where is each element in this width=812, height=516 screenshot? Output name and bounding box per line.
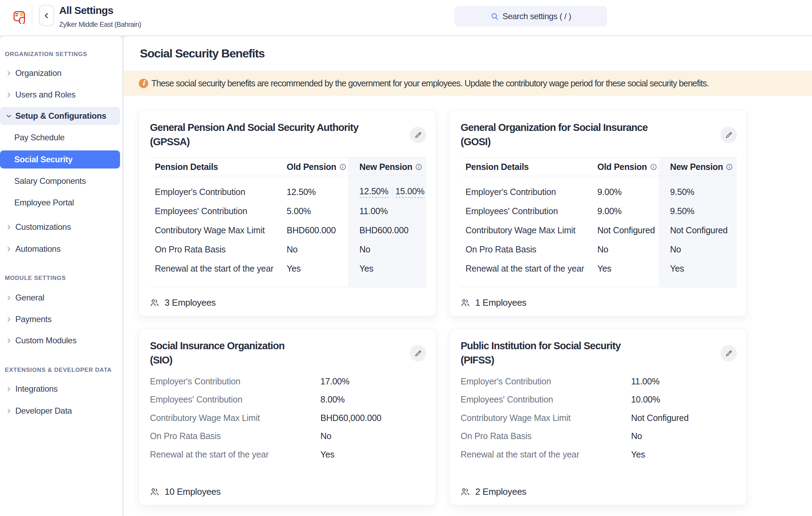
benefit-row: Employees' Contribution 10.00% bbox=[461, 391, 736, 409]
row-value: Yes bbox=[631, 449, 736, 460]
rate-pair: 12.50% 15.00% bbox=[359, 186, 426, 198]
benefit-row: Employees' Contribution 8.00% bbox=[150, 391, 425, 409]
sidebar-item-users-and-roles[interactable]: Users and Roles bbox=[0, 86, 120, 104]
info-circle-icon[interactable] bbox=[650, 164, 657, 170]
edit-sio-button[interactable] bbox=[410, 345, 426, 361]
sidebar-section-module-settings: MODULE SETTINGS bbox=[5, 274, 66, 283]
topbar-divider bbox=[32, 6, 32, 26]
row-label: On Pro Rata Basis bbox=[461, 431, 631, 441]
row-value: 11.00% bbox=[631, 376, 736, 386]
card-title-text: General Organization for Social Insuranc… bbox=[461, 122, 648, 133]
card-pifss: Public Institution for Social Security (… bbox=[449, 328, 747, 505]
page-header-title: All Settings bbox=[59, 5, 141, 16]
info-circle-icon[interactable] bbox=[415, 164, 422, 170]
column-header-pension-details: Pension Details bbox=[461, 158, 597, 176]
sidebar-item-label: Salary Components bbox=[14, 176, 86, 186]
zoho-payroll-logo-icon bbox=[12, 10, 26, 24]
card-title: Social Insurance Organization (SIO) bbox=[150, 339, 400, 367]
row-value: 17.00% bbox=[320, 376, 425, 386]
sidebar-item-pay-schedule[interactable]: Pay Schedule bbox=[0, 128, 120, 147]
column-header-new-pension: New Pension bbox=[348, 158, 426, 176]
table-row: Employer's Contribution 12.50% 12.50% 15… bbox=[150, 182, 426, 202]
sidebar-item-automations[interactable]: Automations bbox=[0, 240, 120, 258]
employees-count-label: 1 Employees bbox=[475, 297, 526, 308]
row-label: Employees' Contribution bbox=[461, 206, 597, 216]
row-label: Employer's Contribution bbox=[150, 187, 287, 197]
row-value: 8.00% bbox=[320, 394, 425, 405]
employees-icon bbox=[150, 488, 159, 496]
row-label: Employees' Contribution bbox=[150, 206, 287, 216]
sidebar-item-payments[interactable]: Payments bbox=[0, 310, 120, 328]
table-header-row: Pension Details Old Pension New Pension bbox=[150, 158, 426, 176]
sidebar-item-integrations[interactable]: Integrations bbox=[0, 380, 120, 398]
card-title: General Pension And Social Security Auth… bbox=[150, 120, 400, 149]
old-rate-value[interactable]: 12.50% bbox=[359, 186, 389, 198]
benefit-rows: Employer's Contribution 17.00% Employees… bbox=[150, 372, 425, 464]
search-settings-input[interactable]: Search settings ( / ) bbox=[455, 6, 607, 26]
edit-pifss-button[interactable] bbox=[721, 345, 737, 361]
new-pension-value: No bbox=[348, 244, 426, 255]
column-header-old-pension: Old Pension bbox=[287, 158, 348, 176]
employees-count-label: 2 Employees bbox=[475, 486, 526, 497]
sidebar-item-developer-data[interactable]: Developer Data bbox=[0, 402, 120, 420]
employees-count-label: 3 Employees bbox=[165, 297, 216, 308]
topbar-titles: All Settings Zylker Middle East (Bahrain… bbox=[59, 5, 141, 29]
table-row: Employees' Contribution 5.00% 11.00% bbox=[150, 202, 426, 221]
info-circle-icon[interactable] bbox=[340, 164, 346, 170]
pencil-icon bbox=[725, 131, 733, 139]
sidebar-item-label: Users and Roles bbox=[15, 90, 75, 100]
new-rate-value[interactable]: 15.00% bbox=[396, 186, 425, 198]
card-gpssa: General Pension And Social Security Auth… bbox=[138, 110, 436, 316]
sidebar-item-salary-components[interactable]: Salary Components bbox=[0, 172, 120, 190]
row-label: Employees' Contribution bbox=[150, 394, 320, 405]
organization-name: Zylker Middle East (Bahrain) bbox=[59, 21, 141, 29]
row-value: No bbox=[631, 431, 736, 441]
chevron-right-icon bbox=[6, 70, 12, 76]
sidebar-section-extensions-developer-data: EXTENSIONS & DEVELOPER DATA bbox=[5, 366, 112, 375]
employees-count: 1 Employees bbox=[461, 297, 526, 308]
table-body: Employer's Contribution 9.00% 9.50% Empl… bbox=[461, 176, 737, 287]
chevron-right-icon bbox=[6, 316, 12, 322]
pension-table: Pension Details Old Pension New Pension … bbox=[150, 157, 426, 287]
info-banner: i These social security benefits are rec… bbox=[124, 71, 812, 96]
new-pension-value: 11.00% bbox=[348, 206, 426, 216]
row-label: Employer's Contribution bbox=[150, 376, 320, 386]
old-pension-value: Yes bbox=[597, 264, 659, 274]
old-pension-value: 9.00% bbox=[597, 187, 659, 197]
new-pension-value: Yes bbox=[659, 264, 737, 274]
new-pension-value: Not Configured bbox=[659, 225, 737, 235]
column-header-label: Old Pension bbox=[597, 162, 647, 172]
chevron-right-icon bbox=[6, 386, 12, 392]
employees-icon bbox=[461, 488, 470, 496]
table-row: Contributory Wage Max Limit BHD600.000 B… bbox=[150, 221, 426, 240]
chevron-right-icon bbox=[6, 338, 12, 344]
sidebar-item-employee-portal[interactable]: Employee Portal bbox=[0, 194, 120, 212]
sidebar-item-social-security[interactable]: Social Security bbox=[0, 150, 120, 169]
sidebar-item-general[interactable]: General bbox=[0, 289, 120, 307]
page-title: Social Security Benefits bbox=[140, 45, 265, 61]
row-label: On Pro Rata Basis bbox=[150, 431, 320, 441]
column-header-label: New Pension bbox=[359, 162, 412, 172]
back-button[interactable] bbox=[39, 5, 54, 26]
sidebar-item-custom-modules[interactable]: Custom Modules bbox=[0, 331, 120, 350]
sidebar-item-organization[interactable]: Organization bbox=[0, 64, 120, 82]
sidebar-item-setup-configurations[interactable]: Setup & Configurations bbox=[0, 107, 120, 125]
row-label: Renewal at the start of the year bbox=[150, 449, 320, 460]
table-row: Renewal at the start of the year Yes Yes bbox=[461, 259, 737, 278]
edit-gpssa-button[interactable] bbox=[410, 127, 426, 143]
row-value: Yes bbox=[320, 449, 425, 460]
edit-gosi-button[interactable] bbox=[721, 127, 737, 143]
sidebar-section-organization-settings: ORGANIZATION SETTINGS bbox=[5, 50, 87, 59]
card-title: General Organization for Social Insuranc… bbox=[461, 120, 711, 149]
old-pension-value: Yes bbox=[287, 264, 348, 274]
new-pension-value: 9.50% bbox=[659, 206, 737, 216]
search-icon bbox=[491, 12, 499, 21]
info-banner-text: These social security benefits are recom… bbox=[151, 78, 709, 88]
benefit-row: Renewal at the start of the year Yes bbox=[461, 445, 736, 464]
sidebar-item-label: Pay Schedule bbox=[14, 133, 65, 142]
table-body: Employer's Contribution 12.50% 12.50% 15… bbox=[150, 176, 426, 287]
old-pension-value: No bbox=[597, 244, 659, 255]
sidebar-item-customizations[interactable]: Customizations bbox=[0, 218, 120, 236]
benefit-rows: Employer's Contribution 11.00% Employees… bbox=[461, 372, 736, 464]
info-circle-icon[interactable] bbox=[726, 164, 733, 170]
